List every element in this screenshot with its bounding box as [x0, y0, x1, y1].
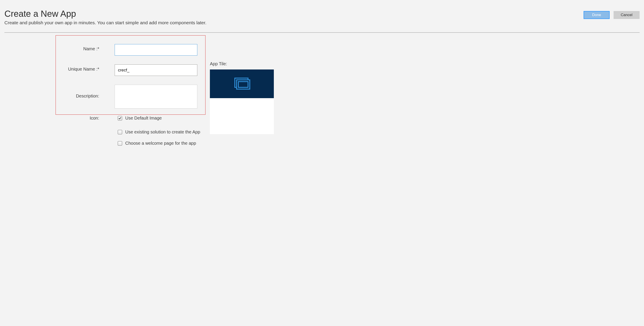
unique-name-input[interactable]	[115, 64, 197, 76]
use-default-image-checkbox[interactable]	[118, 116, 122, 120]
cancel-button[interactable]: Cancel	[614, 11, 640, 19]
name-input[interactable]	[115, 44, 197, 56]
use-default-image-label: Use Default Image	[125, 116, 162, 121]
unique-name-label: Unique Name :*	[4, 64, 115, 72]
app-tile-header	[210, 70, 274, 98]
use-existing-solution-label: Use existing solution to create the App	[125, 129, 200, 135]
page-title: Create a New App	[4, 9, 206, 19]
name-label: Name :*	[4, 44, 115, 51]
description-input[interactable]	[115, 85, 197, 109]
page-subtitle: Create and publish your own app in minut…	[4, 20, 206, 25]
app-tile-label: App Tile:	[210, 61, 274, 66]
app-tile-preview	[210, 70, 274, 134]
app-stack-icon	[233, 77, 251, 90]
use-existing-solution-checkbox[interactable]	[118, 130, 122, 134]
choose-welcome-page-checkbox[interactable]	[118, 141, 122, 146]
checkmark-icon	[118, 117, 122, 120]
icon-label: Icon:	[4, 116, 115, 121]
action-buttons: Done Cancel	[584, 11, 640, 19]
description-label: Description:	[4, 85, 115, 99]
choose-welcome-page-label: Choose a welcome page for the app	[125, 141, 196, 146]
done-button[interactable]: Done	[584, 11, 610, 19]
